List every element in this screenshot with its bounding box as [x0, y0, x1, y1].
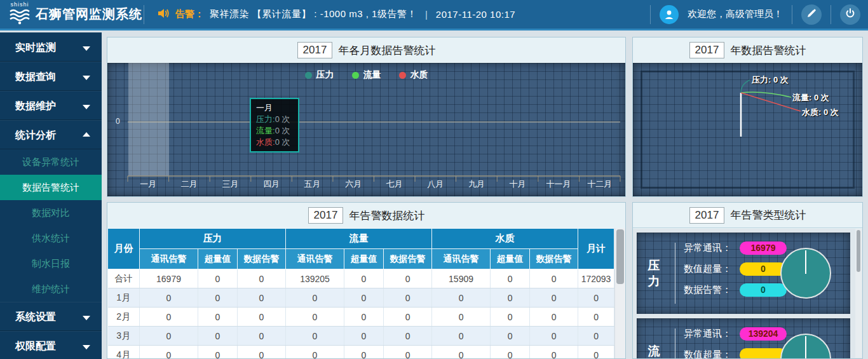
chart-tooltip: 一月 压力:0 次 流量:0 次 水质:0 次	[250, 98, 299, 152]
sidebar-item-stat-analysis[interactable]: 统计分析	[0, 120, 102, 149]
table-cell: 16979	[140, 269, 198, 288]
stat-label: 数据告警：	[684, 284, 740, 296]
table-cell: 0	[384, 288, 432, 308]
tooltip-series-value: 0 次	[275, 114, 290, 124]
table-cell: 139205	[286, 269, 344, 288]
header-divider	[792, 5, 792, 24]
table-cell: 0	[140, 288, 198, 308]
stat-value-badge: 139204	[740, 327, 787, 341]
tooltip-series-name: 水质:	[256, 137, 275, 147]
stat-label: 数值超量：	[684, 263, 740, 275]
waves-icon	[9, 8, 31, 27]
legend-item-flow[interactable]: 流量	[352, 69, 381, 81]
app-header: shishi 石狮管网监测系统 告警： 聚祥漂染 【累计流量】 : -1000 …	[0, 0, 868, 30]
speaker-icon	[157, 8, 170, 21]
table-cell: 0	[198, 308, 238, 327]
sidebar-item-water-supply-stats[interactable]: 供水统计	[0, 226, 102, 251]
table-row[interactable]: 3月 0 0 0 0 0 0 0 0 0 0	[108, 327, 614, 346]
table-cell: 0	[344, 288, 384, 308]
logout-button[interactable]	[840, 4, 860, 25]
x-axis-labels: 一月 二月 三月 四月 五月 六月 七月 八月 九月 十月 十一月 十二月	[128, 179, 620, 190]
table-row[interactable]: 合计 16979 0 0 139205 0 0 15909 0 0 172093	[108, 269, 614, 288]
sidebar-item-data-compare[interactable]: 数据对比	[0, 200, 102, 226]
welcome-text: 欢迎您，高级管理员！	[688, 8, 783, 20]
table-scrollbar[interactable]	[614, 228, 625, 358]
table-body-region: 月份 压力 流量 水质 月计 通讯告警 超量值 数据告警 通讯告警 超量值	[107, 228, 625, 358]
sidebar-item-data-query[interactable]: 数据查询	[0, 62, 102, 91]
table-cell: 0	[491, 327, 530, 346]
x-axis-label: 八月	[415, 179, 456, 190]
table-cell: 3月	[108, 327, 140, 346]
legend-item-quality[interactable]: 水质	[399, 69, 428, 81]
table-wrap: 月份 压力 流量 水质 月计 通讯告警 超量值 数据告警 通讯告警 超量值	[107, 228, 614, 358]
legend-dot-icon	[352, 72, 359, 79]
tooltip-series-value: 0 次	[275, 137, 290, 147]
table-cell: 0	[384, 308, 432, 327]
table-cell: 0	[198, 346, 238, 359]
scrollbar-thumb[interactable]	[616, 229, 624, 284]
category-divider	[675, 243, 675, 304]
x-axis-label: 一月	[128, 179, 169, 190]
pie-label-flow: 流量: 0 次	[792, 92, 829, 104]
stat-row: 数值超量： 0	[684, 262, 787, 276]
x-axis-label: 十二月	[579, 179, 620, 190]
year-input[interactable]: 2017	[308, 207, 344, 224]
table-cell: 0	[432, 308, 491, 327]
sidebar-item-data-alarm-stats[interactable]: 数据告警统计	[0, 175, 102, 200]
panel-scrollbar[interactable]	[855, 229, 862, 358]
sidebar-item-system-settings[interactable]: 系统设置	[0, 302, 102, 331]
type-card-pressure: 压力 异常通讯： 16979 数值超量： 0 数据告警： 0	[637, 233, 850, 314]
header-divider	[144, 5, 144, 24]
monthly-line-chart[interactable]: 压力 流量 水质 0 一月 二月 三月 四月 五月 六月 七月	[107, 63, 625, 196]
pie-chart[interactable]	[780, 248, 831, 299]
sidebar-item-device-abnormal-stats[interactable]: 设备异常统计	[0, 149, 102, 175]
stat-row: 异常通讯： 139204	[684, 327, 787, 341]
year-input[interactable]: 2017	[689, 42, 725, 58]
stat-label: 异常通讯：	[684, 242, 740, 254]
alarm-data-table-panel: 2017 年告警数据统计 月份 压力 流量 水质	[107, 202, 626, 359]
table-cell: 0	[344, 308, 384, 327]
pie-label-pressure: 压力: 0 次	[752, 74, 789, 86]
table-cell: 2月	[108, 308, 140, 327]
panel-title: 年告警数据统计	[349, 208, 424, 223]
col-group-flow: 流量	[286, 229, 432, 249]
sidebar-item-data-maintain[interactable]: 数据维护	[0, 91, 102, 120]
tooltip-series-name: 压力:	[256, 114, 275, 124]
legend-item-pressure[interactable]: 压力	[305, 69, 334, 81]
col-sub-over-limit: 超量值	[491, 249, 530, 269]
category-label: 流量	[646, 343, 661, 358]
category-label: 压力	[646, 257, 661, 289]
alert-bar: 告警： 聚祥漂染 【累计流量】 : -1000 m3 , 1级告警！ | 201…	[157, 8, 515, 21]
type-card-flow: 流量 异常通讯： 139204 数值超量：	[637, 318, 850, 358]
tooltip-row: 压力:0 次	[256, 114, 293, 125]
power-icon	[845, 8, 855, 21]
sidebar-item-maintenance-stats[interactable]: 维护统计	[0, 276, 102, 302]
sidebar-item-realtime[interactable]: 实时监测	[0, 32, 102, 62]
stat-row: 数值超量：	[684, 348, 787, 358]
table-row[interactable]: 4月 0 0 0 0 0 0 0 0 0 0	[108, 346, 614, 359]
table-cell: 0	[491, 346, 530, 359]
user-avatar[interactable]	[660, 5, 679, 24]
table-cell: 0	[578, 327, 614, 346]
stat-value-badge	[740, 348, 787, 359]
sidebar-item-water-daily-report[interactable]: 制水日报	[0, 251, 102, 276]
table-row[interactable]: 1月 0 0 0 0 0 0 0 0 0 0	[108, 288, 614, 308]
year-pie-chart[interactable]: 压力: 0 次 流量: 0 次 水质: 0 次	[633, 63, 862, 196]
table-cell: 0	[491, 288, 530, 308]
table-cell: 0	[238, 269, 286, 288]
x-axis-label: 六月	[333, 179, 374, 190]
table-row[interactable]: 2月 0 0 0 0 0 0 0 0 0 0	[108, 308, 614, 327]
year-input[interactable]: 2017	[689, 207, 725, 224]
pie-chart[interactable]	[780, 334, 831, 358]
table-cell: 0	[384, 346, 432, 359]
table-cell: 0	[530, 327, 578, 346]
scrollbar-thumb[interactable]	[857, 230, 860, 272]
year-input[interactable]: 2017	[297, 42, 333, 58]
sidebar-item-permission-config[interactable]: 权限配置	[0, 331, 102, 359]
table-cell: 合计	[108, 269, 140, 288]
edit-button[interactable]	[801, 4, 822, 25]
x-axis-label: 二月	[169, 179, 210, 190]
table-cell: 0	[530, 308, 578, 327]
col-sub-data-alarm: 数据告警	[384, 249, 432, 269]
alarm-table: 月份 压力 流量 水质 月计 通讯告警 超量值 数据告警 通讯告警 超量值	[107, 228, 614, 358]
